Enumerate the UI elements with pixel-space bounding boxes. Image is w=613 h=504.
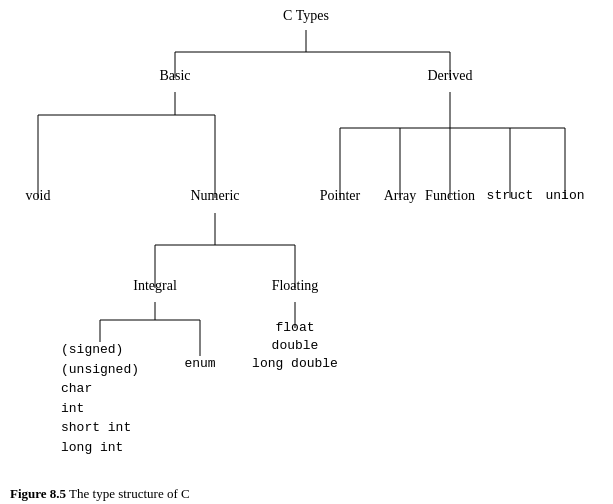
node-struct: struct (487, 188, 534, 203)
node-array: Array (384, 188, 417, 204)
node-derived: Derived (427, 68, 472, 84)
node-function: Function (425, 188, 475, 204)
node-long-double: long double (252, 356, 338, 371)
node-floating: Floating (272, 278, 319, 294)
node-basic: Basic (159, 68, 190, 84)
tree-diagram: C Types Basic Derived void Numeric Point… (0, 0, 613, 480)
node-double: double (272, 338, 319, 353)
node-signed: (signed)(unsigned)charintshort intlong i… (61, 340, 139, 457)
caption-text: The type structure of C (66, 486, 190, 501)
node-enum: enum (184, 356, 215, 371)
node-pointer: Pointer (320, 188, 360, 204)
node-float: float (275, 320, 314, 335)
node-numeric: Numeric (191, 188, 240, 204)
node-union: union (545, 188, 584, 203)
caption-bold: Figure 8.5 (10, 486, 66, 501)
node-void: void (26, 188, 51, 204)
node-integral: Integral (133, 278, 177, 294)
node-c-types: C Types (283, 8, 329, 24)
figure-caption: Figure 8.5 The type structure of C (0, 480, 613, 502)
